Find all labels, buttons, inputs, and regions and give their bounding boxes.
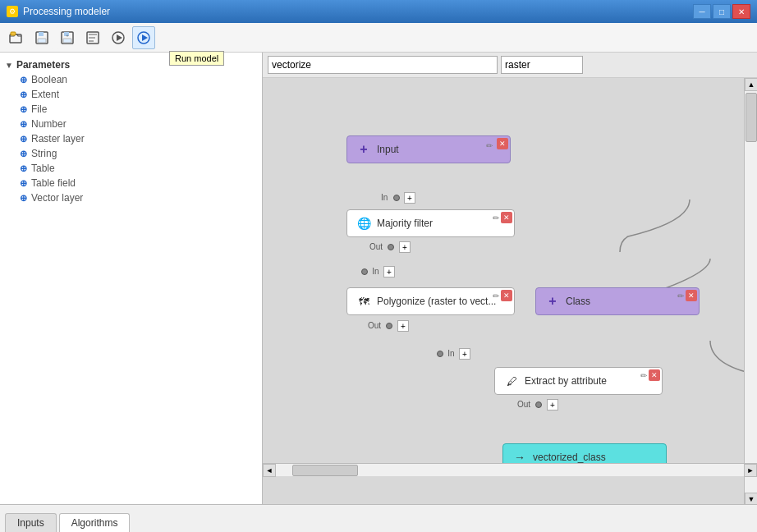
in-label: In: [447, 349, 454, 358]
close-button[interactable]: ✕: [732, 4, 750, 19]
class-edit-icon[interactable]: ✏: [677, 291, 684, 300]
save-button[interactable]: [30, 26, 53, 49]
svg-text:+: +: [66, 33, 69, 38]
polygonize-out-connector: Out +: [368, 319, 409, 332]
class-icon: +: [544, 293, 561, 310]
input-label: Input: [377, 144, 399, 155]
out-expand[interactable]: +: [399, 241, 411, 253]
plus-icon: ⊕: [20, 104, 27, 115]
toolbar: + Run model: [0, 23, 757, 53]
extract-close-icon[interactable]: ✕: [649, 369, 660, 381]
polygonize-node[interactable]: 🗺 Polygonize (raster to vect... ✏ ✕: [346, 287, 515, 315]
sidebar-item-file[interactable]: ⊕ File: [0, 102, 262, 117]
vertical-scrollbar[interactable]: ▲ ▼: [744, 78, 757, 504]
window-controls: ─ □ ✕: [693, 4, 750, 19]
polygonize-icon: 🗺: [356, 293, 372, 310]
majority-filter-edit-icon[interactable]: ✏: [493, 213, 499, 222]
in-expand[interactable]: +: [383, 266, 395, 277]
svg-rect-10: [89, 34, 97, 35]
class-label: Class: [566, 296, 590, 307]
out-dot: [535, 401, 542, 408]
extract-in-connector: In +: [437, 347, 470, 360]
canvas-workspace[interactable]: + Input ✏ ✕ In + 🌐 Majority filter ✏ ✕ O…: [263, 78, 757, 504]
plus-icon: ⊕: [20, 193, 27, 204]
scrollbar-thumb[interactable]: [746, 93, 757, 142]
plus-icon: ⊕: [20, 89, 27, 100]
sidebar-item-table[interactable]: ⊕ Table: [0, 161, 262, 176]
in-dot: [361, 268, 368, 275]
h-scrollbar-thumb[interactable]: [292, 465, 358, 476]
out-label: Out: [368, 321, 381, 330]
in-expand[interactable]: +: [459, 348, 470, 360]
result-label: vectorized_class: [533, 452, 606, 463]
sidebar-item-label: Table field: [31, 177, 76, 189]
in-dot: [393, 195, 400, 201]
class-node[interactable]: + Class ✏ ✕: [535, 287, 700, 315]
sidebar-group-label: Parameters: [16, 59, 70, 71]
scroll-up-button[interactable]: ▲: [745, 78, 757, 91]
sidebar-item-extent[interactable]: ⊕ Extent: [0, 87, 262, 102]
majority-filter-label: Majority filter: [377, 218, 433, 229]
out-expand[interactable]: +: [547, 399, 558, 410]
maximize-button[interactable]: □: [713, 4, 731, 19]
sidebar-item-table-field[interactable]: ⊕ Table field: [0, 176, 262, 190]
input-close-icon[interactable]: ✕: [497, 138, 508, 149]
sidebar-item-number[interactable]: ⊕ Number: [0, 117, 262, 131]
sidebar-group-parameters: ▼ Parameters: [0, 57, 262, 72]
in-label: In: [381, 193, 388, 202]
polygonize-close-icon[interactable]: ✕: [501, 290, 512, 301]
plus-icon: ⊕: [20, 134, 27, 144]
extract-node[interactable]: 🖊 Extract by attribute ✏ ✕: [494, 367, 663, 395]
polygonize-edit-icon[interactable]: ✏: [493, 291, 499, 300]
sidebar-item-raster-layer[interactable]: ⊕ Raster layer: [0, 131, 262, 146]
majority-filter-node[interactable]: 🌐 Majority filter ✏ ✕: [346, 209, 515, 237]
scroll-right-button[interactable]: ►: [744, 464, 757, 477]
svg-marker-14: [117, 34, 122, 41]
plus-icon: ⊕: [20, 178, 27, 189]
in-expand[interactable]: +: [404, 192, 415, 204]
majority-filter-icon: 🌐: [356, 215, 372, 232]
in-dot: [437, 351, 443, 357]
sidebar-item-boolean[interactable]: ⊕ Boolean: [0, 72, 262, 87]
out-dot: [386, 323, 392, 329]
extract-label: Extract by attribute: [525, 375, 607, 387]
run-button[interactable]: [132, 26, 155, 49]
sidebar-item-label: Boolean: [31, 74, 67, 85]
svg-rect-11: [89, 37, 95, 39]
svg-rect-7: [63, 39, 71, 43]
plus-icon: ⊕: [20, 149, 27, 159]
title-bar: ⚙ Processing modeler ─ □ ✕: [0, 0, 757, 23]
tab-algorithms[interactable]: Algorithms: [59, 513, 131, 532]
sidebar-item-label: String: [31, 148, 57, 159]
scroll-down-button[interactable]: ▼: [745, 493, 757, 504]
sidebar-item-string[interactable]: ⊕ String: [0, 146, 262, 161]
model-name-input[interactable]: [268, 56, 498, 74]
minimize-button[interactable]: ─: [693, 4, 711, 19]
h-scrollbar-track: [276, 464, 744, 477]
out-label: Out: [517, 400, 530, 409]
class-close-icon[interactable]: ✕: [686, 290, 697, 301]
extract-edit-icon[interactable]: ✏: [640, 371, 647, 380]
export-button[interactable]: [81, 26, 104, 49]
main-layout: ▼ Parameters ⊕ Boolean ⊕ Extent ⊕ File ⊕…: [0, 53, 757, 504]
run2-button[interactable]: [107, 26, 130, 49]
tab-inputs[interactable]: Inputs: [5, 513, 57, 532]
sidebar-item-label: Vector layer: [31, 192, 83, 204]
open-button[interactable]: [5, 26, 28, 49]
sidebar-item-label: Raster layer: [31, 133, 85, 144]
input-edit-icon[interactable]: ✏: [484, 140, 495, 151]
input-node[interactable]: + Input ✏ ✕: [346, 135, 511, 163]
svg-rect-12: [89, 40, 94, 42]
svg-rect-4: [38, 39, 46, 43]
save-as-button[interactable]: +: [56, 26, 79, 49]
model-group-input[interactable]: [501, 56, 583, 74]
plus-icon: ⊕: [20, 75, 27, 85]
input-icon: +: [356, 141, 372, 158]
svg-rect-3: [39, 32, 44, 36]
sidebar-item-vector-layer[interactable]: ⊕ Vector layer: [0, 190, 262, 205]
out-expand[interactable]: +: [397, 320, 409, 332]
plus-icon: ⊕: [20, 163, 27, 174]
majority-filter-close-icon[interactable]: ✕: [501, 212, 512, 223]
out-label: Out: [369, 242, 383, 251]
scroll-left-button[interactable]: ◄: [263, 464, 276, 477]
